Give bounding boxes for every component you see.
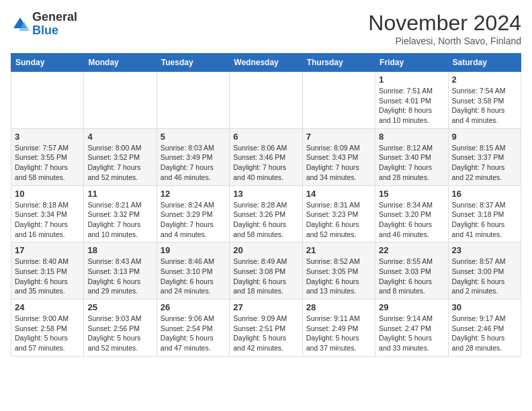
day-cell: 17Sunrise: 8:40 AM Sunset: 3:15 PM Dayli…	[11, 242, 84, 300]
calendar: SundayMondayTuesdayWednesdayThursdayFrid…	[11, 53, 521, 357]
day-info: Sunrise: 8:43 AM Sunset: 3:13 PM Dayligh…	[87, 257, 152, 296]
day-number: 23	[452, 245, 517, 255]
logo-text: General Blue	[32, 11, 77, 38]
day-info: Sunrise: 8:31 AM Sunset: 3:23 PM Dayligh…	[306, 200, 371, 240]
day-info: Sunrise: 8:52 AM Sunset: 3:05 PM Dayligh…	[306, 257, 371, 296]
day-info: Sunrise: 8:55 AM Sunset: 3:03 PM Dayligh…	[379, 257, 444, 296]
day-info: Sunrise: 8:21 AM Sunset: 3:32 PM Dayligh…	[87, 200, 152, 240]
day-cell: 24Sunrise: 9:00 AM Sunset: 2:58 PM Dayli…	[11, 300, 84, 357]
day-number: 8	[379, 132, 444, 142]
day-cell: 2Sunrise: 7:54 AM Sunset: 3:58 PM Daylig…	[448, 72, 521, 129]
day-number: 19	[161, 245, 226, 255]
day-number: 2	[452, 75, 517, 85]
day-info: Sunrise: 7:51 AM Sunset: 4:01 PM Dayligh…	[379, 86, 444, 126]
day-info: Sunrise: 8:49 AM Sunset: 3:08 PM Dayligh…	[233, 257, 298, 296]
day-cell: 9Sunrise: 8:15 AM Sunset: 3:37 PM Daylig…	[448, 128, 521, 185]
weekday-header-sunday: Sunday	[11, 54, 84, 72]
day-info: Sunrise: 8:28 AM Sunset: 3:26 PM Dayligh…	[233, 200, 298, 240]
day-number: 10	[15, 189, 80, 199]
logo-blue: Blue	[32, 24, 58, 37]
day-number: 20	[233, 245, 298, 255]
day-number: 15	[379, 189, 444, 199]
title-area: November 2024 Pielavesi, North Savo, Fin…	[368, 11, 521, 46]
day-number: 5	[161, 132, 226, 142]
day-number: 21	[306, 245, 371, 255]
day-number: 4	[87, 132, 152, 142]
day-cell: 20Sunrise: 8:49 AM Sunset: 3:08 PM Dayli…	[230, 242, 302, 300]
day-cell: 6Sunrise: 8:06 AM Sunset: 3:46 PM Daylig…	[230, 128, 302, 185]
day-cell: 3Sunrise: 7:57 AM Sunset: 3:55 PM Daylig…	[11, 128, 84, 185]
day-number: 30	[452, 302, 517, 312]
day-number: 27	[233, 302, 298, 312]
location: Pielavesi, North Savo, Finland	[368, 36, 521, 46]
day-cell: 18Sunrise: 8:43 AM Sunset: 3:13 PM Dayli…	[84, 242, 157, 300]
day-number: 17	[15, 245, 80, 255]
day-cell: 28Sunrise: 9:11 AM Sunset: 2:49 PM Dayli…	[302, 300, 375, 357]
day-cell: 1Sunrise: 7:51 AM Sunset: 4:01 PM Daylig…	[375, 72, 448, 129]
day-info: Sunrise: 8:57 AM Sunset: 3:00 PM Dayligh…	[452, 257, 517, 296]
day-cell: 27Sunrise: 9:09 AM Sunset: 2:51 PM Dayli…	[230, 300, 302, 357]
day-number: 14	[306, 189, 371, 199]
day-number: 22	[379, 245, 444, 255]
day-info: Sunrise: 8:34 AM Sunset: 3:20 PM Dayligh…	[379, 200, 444, 240]
day-info: Sunrise: 8:46 AM Sunset: 3:10 PM Dayligh…	[161, 257, 226, 296]
day-cell	[157, 72, 229, 129]
day-info: Sunrise: 9:09 AM Sunset: 2:51 PM Dayligh…	[233, 314, 298, 353]
weekday-header-row: SundayMondayTuesdayWednesdayThursdayFrid…	[11, 54, 521, 72]
day-number: 18	[87, 245, 152, 255]
day-cell: 19Sunrise: 8:46 AM Sunset: 3:10 PM Dayli…	[157, 242, 229, 300]
day-info: Sunrise: 9:00 AM Sunset: 2:58 PM Dayligh…	[15, 314, 80, 353]
day-cell	[11, 72, 84, 129]
day-cell: 5Sunrise: 8:03 AM Sunset: 3:49 PM Daylig…	[157, 128, 229, 185]
weekday-header-monday: Monday	[84, 54, 157, 72]
day-cell: 14Sunrise: 8:31 AM Sunset: 3:23 PM Dayli…	[302, 185, 375, 242]
day-info: Sunrise: 9:03 AM Sunset: 2:56 PM Dayligh…	[87, 314, 152, 353]
day-number: 13	[233, 189, 298, 199]
day-number: 24	[15, 302, 80, 312]
day-number: 11	[87, 189, 152, 199]
day-cell: 15Sunrise: 8:34 AM Sunset: 3:20 PM Dayli…	[375, 185, 448, 242]
day-number: 1	[379, 75, 444, 85]
day-number: 29	[379, 302, 444, 312]
day-info: Sunrise: 8:00 AM Sunset: 3:52 PM Dayligh…	[87, 143, 152, 183]
week-row-2: 3Sunrise: 7:57 AM Sunset: 3:55 PM Daylig…	[11, 128, 521, 185]
day-cell: 7Sunrise: 8:09 AM Sunset: 3:43 PM Daylig…	[302, 128, 375, 185]
day-cell: 25Sunrise: 9:03 AM Sunset: 2:56 PM Dayli…	[84, 300, 157, 357]
day-info: Sunrise: 8:24 AM Sunset: 3:29 PM Dayligh…	[161, 200, 226, 240]
day-info: Sunrise: 8:03 AM Sunset: 3:49 PM Dayligh…	[161, 143, 226, 183]
weekday-header-friday: Friday	[375, 54, 448, 72]
day-number: 3	[15, 132, 80, 142]
day-number: 9	[452, 132, 517, 142]
logo-general: General	[32, 10, 77, 24]
day-cell: 13Sunrise: 8:28 AM Sunset: 3:26 PM Dayli…	[230, 185, 302, 242]
day-info: Sunrise: 9:14 AM Sunset: 2:47 PM Dayligh…	[379, 314, 444, 353]
day-cell: 26Sunrise: 9:06 AM Sunset: 2:54 PM Dayli…	[157, 300, 229, 357]
day-cell: 30Sunrise: 9:17 AM Sunset: 2:46 PM Dayli…	[448, 300, 521, 357]
logo: General Blue	[11, 11, 77, 38]
day-number: 16	[452, 189, 517, 199]
day-cell: 29Sunrise: 9:14 AM Sunset: 2:47 PM Dayli…	[375, 300, 448, 357]
week-row-4: 17Sunrise: 8:40 AM Sunset: 3:15 PM Dayli…	[11, 242, 521, 300]
week-row-1: 1Sunrise: 7:51 AM Sunset: 4:01 PM Daylig…	[11, 72, 521, 129]
day-info: Sunrise: 8:06 AM Sunset: 3:46 PM Dayligh…	[233, 143, 298, 183]
weekday-header-tuesday: Tuesday	[157, 54, 229, 72]
day-cell: 4Sunrise: 8:00 AM Sunset: 3:52 PM Daylig…	[84, 128, 157, 185]
day-cell: 21Sunrise: 8:52 AM Sunset: 3:05 PM Dayli…	[302, 242, 375, 300]
day-number: 28	[306, 302, 371, 312]
logo-icon	[11, 15, 30, 34]
day-cell	[230, 72, 302, 129]
week-row-3: 10Sunrise: 8:18 AM Sunset: 3:34 PM Dayli…	[11, 185, 521, 242]
day-info: Sunrise: 8:18 AM Sunset: 3:34 PM Dayligh…	[15, 200, 80, 240]
day-cell: 11Sunrise: 8:21 AM Sunset: 3:32 PM Dayli…	[84, 185, 157, 242]
weekday-header-thursday: Thursday	[302, 54, 375, 72]
day-info: Sunrise: 9:06 AM Sunset: 2:54 PM Dayligh…	[161, 314, 226, 353]
week-row-5: 24Sunrise: 9:00 AM Sunset: 2:58 PM Dayli…	[11, 300, 521, 357]
page-header: General Blue November 2024 Pielavesi, No…	[11, 11, 521, 46]
day-info: Sunrise: 8:09 AM Sunset: 3:43 PM Dayligh…	[306, 143, 371, 183]
weekday-header-wednesday: Wednesday	[230, 54, 302, 72]
day-info: Sunrise: 9:17 AM Sunset: 2:46 PM Dayligh…	[452, 314, 517, 353]
day-number: 25	[87, 302, 152, 312]
day-cell: 12Sunrise: 8:24 AM Sunset: 3:29 PM Dayli…	[157, 185, 229, 242]
day-cell	[302, 72, 375, 129]
day-cell: 8Sunrise: 8:12 AM Sunset: 3:40 PM Daylig…	[375, 128, 448, 185]
